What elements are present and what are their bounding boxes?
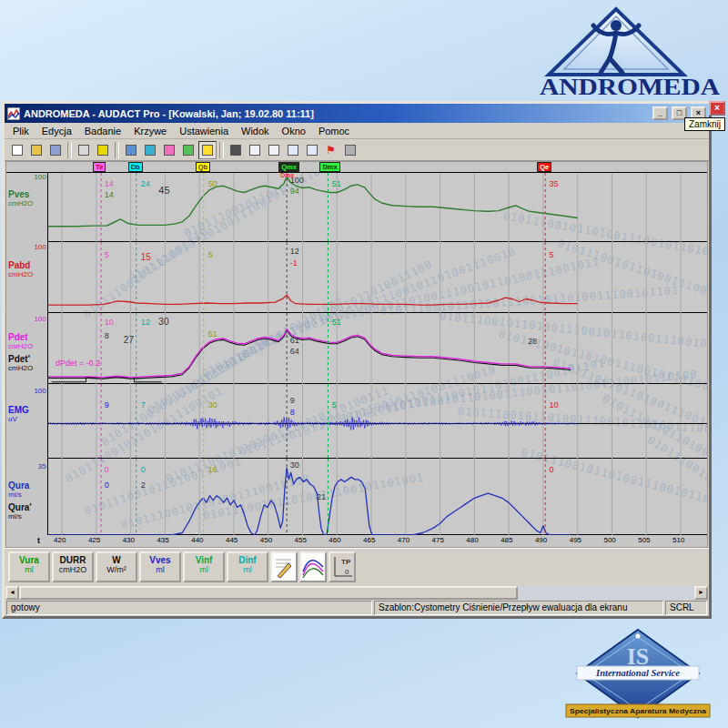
event-marker-db[interactable]: Db: [128, 162, 143, 172]
open-icon: [31, 145, 42, 156]
x-axis-tick: 460: [329, 536, 340, 544]
curves-pink-icon: [164, 145, 175, 156]
notes-box[interactable]: [270, 551, 298, 582]
run-button[interactable]: [227, 141, 245, 159]
toolbar-separator: [219, 142, 224, 158]
meas-vves[interactable]: Vvesml: [139, 551, 181, 582]
chart-panel-pabd[interactable]: 515512-15: [48, 242, 707, 313]
svg-text:12: 12: [140, 318, 149, 327]
window-cascade-button[interactable]: [122, 141, 140, 159]
menu-edycja[interactable]: Edycja: [35, 124, 78, 138]
event-marker-sub-dmx: Dmx: [280, 172, 294, 178]
menu-ustawienia[interactable]: Ustawienia: [173, 124, 235, 138]
scroll-left-button[interactable]: ◄: [5, 586, 19, 600]
svg-text:30: 30: [289, 460, 298, 470]
svg-text:0: 0: [549, 465, 553, 474]
svg-text:24: 24: [140, 179, 149, 188]
chart-panel-pves[interactable]: 1414244550100945135: [48, 173, 707, 242]
is-subtitle: Specjalistyczna Aparatura Medyczna: [570, 707, 707, 715]
tp-box[interactable]: TP 0: [329, 551, 356, 582]
event-marker-dmx[interactable]: Dmx: [319, 162, 339, 172]
meas-unit: W/m²: [97, 565, 136, 574]
event-marker-qe[interactable]: Qe: [537, 162, 551, 172]
svg-text:5: 5: [331, 400, 336, 410]
print-icon: [78, 145, 89, 156]
save-button[interactable]: [46, 141, 65, 159]
svg-text:12: 12: [289, 247, 298, 256]
zoom-button[interactable]: [246, 141, 264, 159]
event-marker-te[interactable]: Te: [93, 162, 106, 172]
meas-unit: cmH2O: [54, 565, 92, 574]
meas-unit: ml: [10, 565, 48, 574]
svg-text:2: 2: [140, 480, 145, 490]
andromeda-logo: ANDROMEDA: [528, 4, 723, 100]
time-axis: t 42042543043544044545045546046547047548…: [6, 535, 707, 547]
event-marker-qb[interactable]: Qb: [196, 162, 210, 172]
meas-w[interactable]: WW/m²: [96, 551, 137, 582]
menu-plik[interactable]: Plik: [6, 124, 35, 138]
status-bar: gotowy Szablon:Cystometry Ciśnienie/Prze…: [5, 600, 709, 616]
menu-pomoc[interactable]: Pomoc: [312, 124, 356, 138]
event-marker-qmx[interactable]: QmxDmx: [278, 162, 299, 172]
svg-text:TP: TP: [341, 558, 351, 566]
svg-text:64: 64: [289, 347, 298, 356]
remote-close-button[interactable]: ×: [709, 101, 725, 116]
x-axis-tick: 505: [638, 536, 650, 544]
svg-text:30: 30: [158, 317, 169, 327]
horizontal-scrollbar[interactable]: ◄ ►: [5, 586, 708, 600]
print-button[interactable]: [75, 141, 93, 159]
lightbulb-button[interactable]: [198, 141, 217, 159]
chart-overlay-button[interactable]: [303, 141, 321, 159]
svg-text:5: 5: [104, 250, 108, 259]
svg-text:14: 14: [104, 190, 113, 199]
scrollbar-thumb[interactable]: [19, 586, 518, 600]
chart-panel-qura[interactable]: 00021630210: [48, 459, 707, 535]
zoom-plus-icon: [268, 145, 279, 156]
run-icon: [230, 145, 241, 156]
chart-curves-button[interactable]: [284, 141, 302, 159]
menu-okno[interactable]: Okno: [276, 124, 312, 138]
meas-durr[interactable]: DURRcmH2O: [52, 551, 94, 582]
open-button[interactable]: [27, 141, 46, 159]
curves-green-button[interactable]: [179, 141, 197, 159]
svg-text:0: 0: [104, 480, 108, 490]
chart-panel-emg[interactable]: 973098510: [48, 384, 707, 459]
menu-badanie[interactable]: Badanie: [78, 124, 127, 138]
grid-button[interactable]: [341, 141, 359, 159]
channel-label-column: 100PvescmH2O100PabdcmH2O100PdetcmH2OPdet…: [6, 172, 47, 535]
international-service-logo: IS International Service Specjalistyczna…: [561, 628, 715, 726]
time-axis-label: t: [37, 536, 40, 545]
svg-text:5: 5: [549, 250, 553, 259]
menu-krzywe[interactable]: Krzywe: [127, 124, 173, 138]
x-axis-tick: 440: [191, 536, 203, 544]
minimize-button[interactable]: _: [652, 106, 668, 120]
notes-icon: [272, 553, 296, 581]
svg-text:9: 9: [104, 400, 108, 410]
panel-stack: 0101110010110100111001010101110010110100…: [47, 172, 707, 535]
menu-widok[interactable]: Widok: [235, 124, 276, 138]
new-button[interactable]: [8, 141, 26, 159]
meas-dinf[interactable]: Dinfml: [227, 551, 268, 582]
meas-vinf[interactable]: Vinfml: [183, 551, 225, 582]
scroll-right-button[interactable]: ►: [694, 586, 708, 600]
flag-button[interactable]: ⚑: [322, 141, 340, 159]
channel-label-pabd: 100PabdcmH2O: [6, 243, 47, 314]
svg-text:50: 50: [208, 179, 217, 188]
window-tile-button[interactable]: [141, 141, 159, 159]
curves-pink-button[interactable]: [160, 141, 178, 159]
curves-icon: [301, 553, 325, 581]
titlebar[interactable]: ANDROMEDA - AUDACT Pro - [Kowalski, Jan;…: [5, 104, 709, 123]
event-marker-row: TeDbQbQmxDmxDmxQe: [6, 162, 707, 172]
zoom-icon: [249, 145, 260, 156]
channel-label-qura: 35Quraml/sQura'ml/s: [6, 462, 47, 539]
svg-text:5: 5: [208, 250, 213, 259]
zoom-plus-button[interactable]: [265, 141, 283, 159]
chart-panel-pdet[interactable]: 1081227305161645128dPdet = -0.2: [48, 313, 707, 384]
scrollbar-track[interactable]: [518, 586, 694, 600]
key-button[interactable]: [94, 141, 112, 159]
curves-box[interactable]: [299, 551, 327, 582]
x-axis-tick: 485: [500, 536, 512, 544]
grid-icon: [345, 145, 356, 156]
meas-vura[interactable]: Vuraml: [8, 551, 50, 582]
x-axis-tick: 430: [123, 536, 135, 544]
